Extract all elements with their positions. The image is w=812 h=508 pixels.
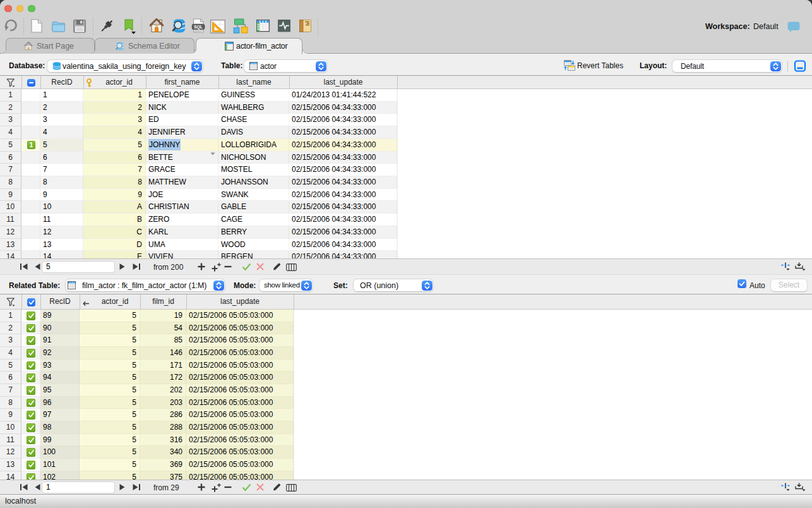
svg-text:SQL: SQL [194,25,203,30]
